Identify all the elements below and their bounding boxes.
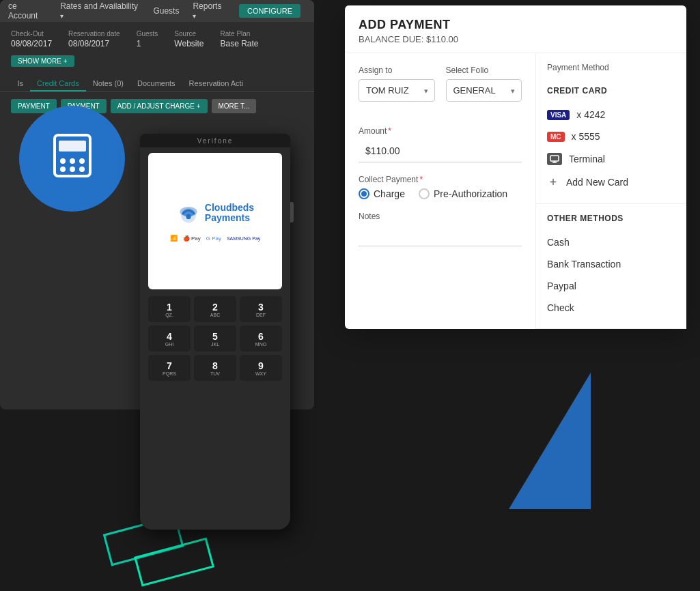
notes-input[interactable] <box>359 224 522 246</box>
samsung-pay-label: SAMSUNG Pay <box>227 236 260 241</box>
charge-radio-label: Charge <box>374 188 405 199</box>
payment-method-title: Payment Method <box>547 63 675 72</box>
key-8[interactable]: 8TUV <box>194 355 236 381</box>
tab-credit-cards[interactable]: Credit Cards <box>30 76 86 91</box>
visa-badge: VISA <box>547 110 570 120</box>
key-6[interactable]: 6MNO <box>240 326 282 351</box>
bank-transaction-label: Bank Transaction <box>547 259 621 270</box>
key-3[interactable]: 3DEF <box>240 296 282 322</box>
tab-ls[interactable]: ls <box>11 76 30 91</box>
payment-method-header: Payment Method <box>536 53 686 76</box>
source-label: Source <box>174 30 204 38</box>
device-top-strip: Verifone <box>140 134 290 147</box>
check-item[interactable]: Check <box>547 297 675 319</box>
modal-header: ADD PAYMENT BALANCE DUE: $110.00 <box>345 5 686 53</box>
nav-bar: ce Account Rates and Availability Guests… <box>0 0 314 22</box>
credit-card-section-title: CREDIT CARD <box>547 86 675 96</box>
terminal-item[interactable]: Terminal <box>547 147 675 171</box>
add-charge-button[interactable]: ADD / ADJUST CHARGE + <box>111 99 208 113</box>
svg-rect-1 <box>59 141 86 152</box>
resdate-label: Reservation date <box>68 30 120 38</box>
svg-point-2 <box>60 158 66 164</box>
add-new-card-item[interactable]: + Add New Card <box>547 171 675 194</box>
calculator-icon <box>48 131 97 187</box>
preauth-radio-option[interactable]: Pre-Authorization <box>419 188 507 199</box>
reservation-header: Check-Out 08/08/2017 Reservation date 08… <box>0 22 314 72</box>
device-brand-label: Verifone <box>197 137 234 145</box>
cash-item[interactable]: Cash <box>547 231 675 253</box>
apple-pay-label: 🍎 Pay <box>183 235 201 242</box>
svg-point-7 <box>79 167 85 172</box>
source-value: Website <box>174 39 204 48</box>
key-5[interactable]: 5JKL <box>194 326 236 351</box>
other-methods-section: OTHER METHODS Cash Bank Transaction Payp… <box>536 204 686 329</box>
bank-transaction-item[interactable]: Bank Transaction <box>547 253 675 275</box>
select-folio-wrapper: GENERAL ▾ <box>446 79 522 102</box>
guests-label: Guests <box>137 30 158 38</box>
device-keypad: 1QZ. 2ABC 3DEF 4GHI 5JKL 6MNO 7PQRS 8TUV… <box>148 296 282 381</box>
key-7[interactable]: 7PQRS <box>148 355 191 381</box>
mc-badge: MC <box>547 132 565 142</box>
nav-guests[interactable]: Guests <box>153 6 179 16</box>
key-1[interactable]: 1QZ. <box>148 296 191 322</box>
paypal-label: Paypal <box>547 280 576 291</box>
svg-point-6 <box>70 167 75 172</box>
amount-label: Amount* <box>359 126 522 136</box>
other-methods-title: OTHER METHODS <box>547 214 675 223</box>
rateplan-label: Rate Plan <box>221 30 259 38</box>
device-side-button[interactable] <box>290 202 294 222</box>
terminal-icon <box>547 153 562 165</box>
key-9[interactable]: 9WXY <box>240 355 282 381</box>
key-4[interactable]: 4GHI <box>148 326 191 351</box>
preauth-radio-label: Pre-Authorization <box>434 188 507 199</box>
decorative-triangle <box>509 373 591 509</box>
svg-point-3 <box>70 158 75 164</box>
select-folio-select[interactable]: GENERAL <box>446 79 522 102</box>
device-screen: Cloudbeds Payments 📶 🍎 Pay G Pay SAMSUNG… <box>148 153 282 289</box>
cloudbeds-text: Cloudbeds Payments <box>205 203 254 224</box>
check-label: Check <box>547 302 574 313</box>
google-pay-label: G Pay <box>206 235 221 242</box>
nfc-icon: 📶 <box>170 235 178 242</box>
more-button[interactable]: MORE T... <box>212 99 257 113</box>
resdate-value: 08/08/2017 <box>68 39 120 48</box>
show-more-button[interactable]: SHOW MORE + <box>11 55 74 67</box>
charge-radio-option[interactable]: Charge <box>359 188 405 199</box>
collect-label: Collect Payment* <box>359 175 522 184</box>
configure-button[interactable]: CONFIGURE <box>239 4 300 18</box>
rateplan-value: Base Rate <box>221 39 259 48</box>
modal-form: Assign to TOM RUIZ ▾ Select Folio GENERA… <box>345 53 536 329</box>
card-visa-item[interactable]: VISA x 4242 <box>547 104 675 126</box>
cloudbeds-logo: Cloudbeds Payments <box>176 201 254 225</box>
collect-radio-group: Charge Pre-Authorization <box>359 188 522 199</box>
select-folio-group: Select Folio GENERAL ▾ <box>446 66 522 102</box>
paypal-item[interactable]: Paypal <box>547 275 675 297</box>
assign-to-group: Assign to TOM RUIZ ▾ <box>359 66 435 102</box>
amount-input[interactable] <box>359 140 522 162</box>
tabs-row: ls Credit Cards Notes (0) Documents Rese… <box>0 72 314 92</box>
tab-reservation[interactable]: Reservation Acti <box>182 76 250 91</box>
card-mc-item[interactable]: MC x 5555 <box>547 126 675 147</box>
modal-body: Assign to TOM RUIZ ▾ Select Folio GENERA… <box>345 53 686 329</box>
add-new-card-label: Add New Card <box>566 177 628 188</box>
nav-reports[interactable]: Reports <box>193 1 225 20</box>
nav-rates[interactable]: Rates and Availability <box>60 1 139 20</box>
terminal-label: Terminal <box>569 154 605 164</box>
preauth-radio-button[interactable] <box>419 188 430 199</box>
tab-documents[interactable]: Documents <box>130 76 182 91</box>
svg-point-4 <box>79 158 85 164</box>
checkout-value: 08/08/2017 <box>11 39 52 48</box>
key-2[interactable]: 2ABC <box>194 296 236 322</box>
collect-required: * <box>419 175 423 184</box>
assign-to-select[interactable]: TOM RUIZ <box>359 79 435 102</box>
svg-rect-12 <box>550 156 559 161</box>
card-visa-number: x 4242 <box>576 109 605 120</box>
charge-radio-button[interactable] <box>359 188 369 199</box>
add-card-plus-icon: + <box>547 176 559 188</box>
svg-point-5 <box>60 167 66 172</box>
notes-label: Notes <box>359 212 522 221</box>
notes-group: Notes <box>359 212 522 246</box>
assign-to-wrapper: TOM RUIZ ▾ <box>359 79 435 102</box>
nav-account[interactable]: ce Account <box>8 1 46 20</box>
tab-notes[interactable]: Notes (0) <box>86 76 130 91</box>
